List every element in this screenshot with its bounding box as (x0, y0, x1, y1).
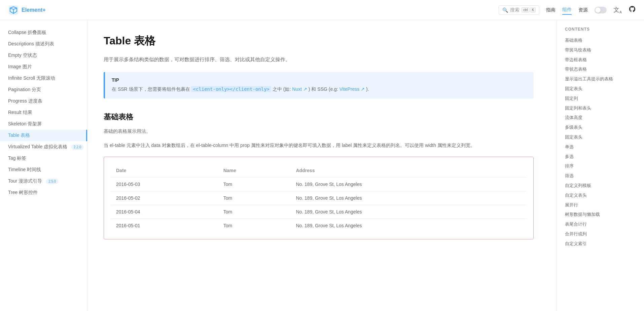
toc-item-18[interactable]: 树形数据与懒加载 (565, 210, 636, 220)
toc-item-16[interactable]: 自定义表头 (565, 191, 636, 200)
tip-link-vitepress[interactable]: VitePress ↗ (339, 86, 365, 92)
tip-block: TIP 在 SSR 场景下，您需要将组件包裹在 <client-only></c… (104, 72, 534, 99)
cell-date-2: 2016-05-02 (111, 191, 218, 205)
theme-toggle[interactable] (595, 7, 607, 13)
sidebar-item-empty[interactable]: Empty 空状态 (0, 50, 87, 61)
sidebar-item-collapse[interactable]: Collapse 折叠面板 (0, 27, 87, 38)
tip-text-after: ). (366, 86, 369, 92)
sidebar-item-pagination[interactable]: Pagination 分页 (0, 84, 87, 95)
col-header-address: Address (290, 164, 527, 178)
cell-address-4: No. 189, Grove St, Los Angeles (290, 219, 527, 232)
toc-item-20[interactable]: 合并行或列 (565, 229, 636, 239)
nav-component[interactable]: 组件 (562, 5, 572, 15)
table-header: Date Name Address (111, 164, 527, 178)
header: Element+ 🔍 搜索 ctrl K 指南 组件 资源 文A (0, 0, 644, 20)
tip-title: TIP (112, 77, 527, 83)
toc-item-7[interactable]: 固定列和表头 (565, 104, 636, 113)
toc-item-17[interactable]: 展开行 (565, 200, 636, 210)
cell-name-1: Tom (218, 177, 291, 191)
logo-icon (8, 5, 19, 15)
sidebar-item-infinite-scroll[interactable]: Infinite Scroll 无限滚动 (0, 73, 87, 84)
nav-guide[interactable]: 指南 (546, 6, 556, 14)
github-button[interactable] (629, 5, 636, 14)
table-demo-container: Date Name Address 2016-05-03 Tom No. 189… (104, 157, 534, 239)
tip-code1: <client-only></client-only> (191, 86, 271, 92)
nav-resource[interactable]: 资源 (578, 6, 588, 14)
table-row: 2016-05-01 Tom No. 189, Grove St, Los An… (111, 219, 527, 232)
toc-item-21[interactable]: 自定义索引 (565, 239, 636, 249)
sidebar-item-progress[interactable]: Progress 进度条 (0, 95, 87, 107)
tip-content: 在 SSR 场景下，您需要将组件包裹在 <client-only></clien… (112, 85, 527, 93)
tip-text-middle2: ) 和 SSG (e.g: (309, 86, 338, 92)
table-of-contents: CONTENTS 基础表格 带斑马纹表格 带边框表格 带状态表格 显示溢出工具提… (557, 20, 644, 311)
section1-title: 基础表格 (104, 112, 534, 122)
tour-badge: 2.5.0 (46, 179, 58, 184)
virtualized-table-badge: 2.2.0 (71, 145, 83, 150)
toc-item-10[interactable]: 固定表头 (565, 132, 636, 142)
toc-title: CONTENTS (565, 27, 636, 32)
toc-item-0[interactable]: 基础表格 (565, 36, 636, 45)
header-right: 🔍 搜索 ctrl K 指南 组件 资源 文A (499, 5, 636, 15)
section1-desc2: 当 el-table 元素中注入 data 对象数组后，在 el-table-c… (104, 141, 534, 150)
cell-address-2: No. 189, Grove St, Los Angeles (290, 191, 527, 205)
language-button[interactable]: 文A (613, 6, 622, 14)
sidebar-item-tag[interactable]: Tag 标签 (0, 153, 87, 164)
tip-link-nuxt[interactable]: Nuxt ↗ (292, 86, 307, 92)
toc-item-8[interactable]: 流体高度 (565, 113, 636, 123)
sidebar-item-table[interactable]: Table 表格 (0, 130, 87, 141)
page-description: 用于展示多条结构类似的数据，可对数据进行排序、筛选、对比或其他自定义操作。 (104, 55, 534, 64)
search-label: 搜索 (510, 7, 520, 13)
toc-item-6[interactable]: 固定列 (565, 94, 636, 104)
main-content: Table 表格 用于展示多条结构类似的数据，可对数据进行排序、筛选、对比或其他… (87, 20, 550, 311)
cell-date-1: 2016-05-03 (111, 177, 218, 191)
table-row: 2016-05-02 Tom No. 189, Grove St, Los An… (111, 191, 527, 205)
table-body: 2016-05-03 Tom No. 189, Grove St, Los An… (111, 177, 527, 232)
table-row: 2016-05-03 Tom No. 189, Grove St, Los An… (111, 177, 527, 191)
sidebar: Collapse 折叠面板 Descriptions 描述列表 Empty 空状… (0, 20, 87, 311)
toc-item-1[interactable]: 带斑马纹表格 (565, 45, 636, 55)
toc-item-19[interactable]: 表尾合计行 (565, 220, 636, 229)
sidebar-item-tour[interactable]: Tour 漫游式引导 2.5.0 (0, 176, 87, 187)
sidebar-item-skeleton[interactable]: Skeleton 骨架屏 (0, 118, 87, 130)
cell-address-3: No. 189, Grove St, Los Angeles (290, 205, 527, 219)
sidebar-item-tree[interactable]: Tree 树形控件 (0, 187, 87, 198)
sidebar-item-image[interactable]: Image 图片 (0, 61, 87, 73)
toc-item-3[interactable]: 带状态表格 (565, 65, 636, 74)
toc-item-14[interactable]: 筛选 (565, 171, 636, 181)
kbd-k: K (530, 7, 536, 12)
col-header-name: Name (218, 164, 291, 178)
sidebar-item-virtualized-table[interactable]: Virtualized Table 虚拟化表格 2.2.0 (0, 141, 87, 153)
kbd-ctrl: ctrl (522, 7, 529, 12)
layout: Collapse 折叠面板 Descriptions 描述列表 Empty 空状… (0, 20, 644, 311)
page-title: Table 表格 (104, 34, 534, 48)
toc-item-9[interactable]: 多级表头 (565, 123, 636, 132)
sidebar-item-descriptions[interactable]: Descriptions 描述列表 (0, 38, 87, 50)
toc-item-11[interactable]: 单选 (565, 142, 636, 152)
tip-text-before: 在 SSR 场景下，您需要将组件包裹在 (112, 86, 190, 92)
toc-item-15[interactable]: 自定义列模板 (565, 181, 636, 191)
search-icon: 🔍 (502, 7, 508, 13)
search-bar[interactable]: 🔍 搜索 ctrl K (499, 5, 539, 15)
keyboard-shortcut: ctrl K (522, 7, 536, 12)
cell-address-1: No. 189, Grove St, Los Angeles (290, 177, 527, 191)
sidebar-item-timeline[interactable]: Timeline 时间线 (0, 164, 87, 176)
cell-date-4: 2016-05-01 (111, 219, 218, 232)
toc-item-5[interactable]: 固定表头 (565, 84, 636, 94)
toc-item-12[interactable]: 多选 (565, 152, 636, 162)
cell-name-4: Tom (218, 219, 291, 232)
toc-item-2[interactable]: 带边框表格 (565, 55, 636, 65)
logo-text: Element+ (22, 7, 46, 13)
table-row: 2016-05-04 Tom No. 189, Grove St, Los An… (111, 205, 527, 219)
basic-table: Date Name Address 2016-05-03 Tom No. 189… (111, 164, 527, 232)
toc-item-4[interactable]: 显示溢出工具提示的表格 (565, 74, 636, 84)
toc-item-13[interactable]: 排序 (565, 161, 636, 171)
col-header-date: Date (111, 164, 218, 178)
cell-name-3: Tom (218, 205, 291, 219)
logo[interactable]: Element+ (8, 5, 75, 15)
cell-name-2: Tom (218, 191, 291, 205)
tip-text-middle1: 之中 (如: (273, 86, 291, 92)
table-header-row: Date Name Address (111, 164, 527, 178)
sidebar-item-result[interactable]: Result 结果 (0, 107, 87, 118)
section1-desc1: 基础的表格展示用法。 (104, 127, 534, 135)
cell-date-3: 2016-05-04 (111, 205, 218, 219)
